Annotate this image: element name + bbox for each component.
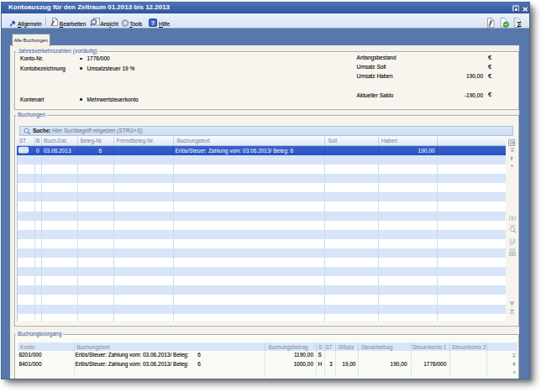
svg-text:?: ? — [150, 18, 155, 26]
svg-text:Σ: Σ — [517, 20, 521, 29]
